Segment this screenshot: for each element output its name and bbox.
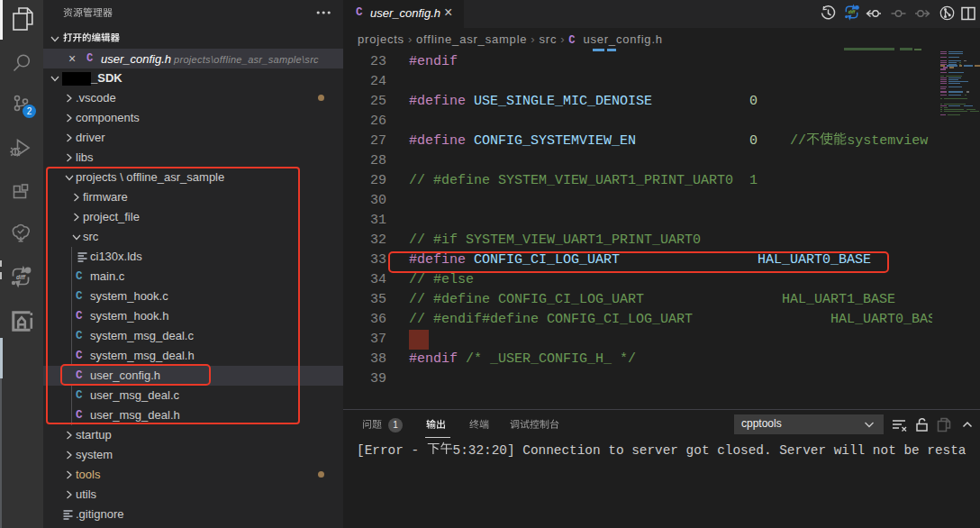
svg-text:diff: diff: [16, 274, 26, 280]
svg-text:diff: diff: [848, 10, 856, 14]
